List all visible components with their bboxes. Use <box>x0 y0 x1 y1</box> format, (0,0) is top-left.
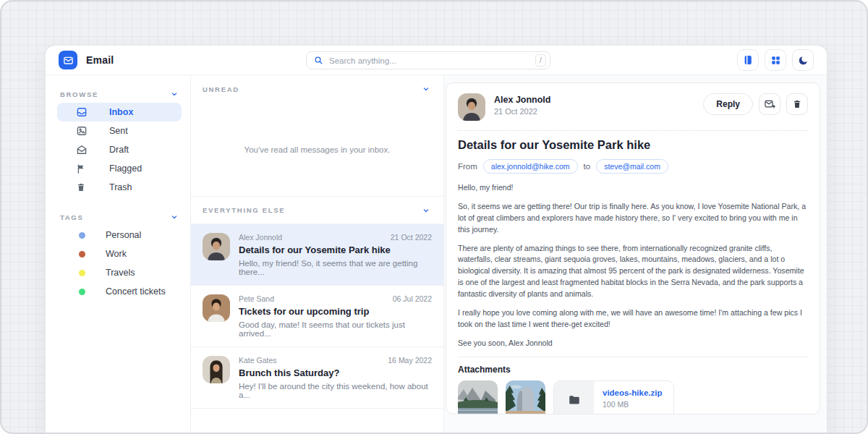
browse-section-label: BROWSE <box>60 90 98 98</box>
to-email-pill[interactable]: steve@mail.com <box>596 159 668 174</box>
attachments-row: videos-hike.zip 100 MB <box>458 380 808 414</box>
chevron-down-icon[interactable] <box>170 213 179 221</box>
trash-icon <box>792 99 802 109</box>
browse-section-header: BROWSE <box>57 85 182 103</box>
unread-empty-state: You've read all messages in your inbox. <box>191 103 443 197</box>
sidebar-item-draft[interactable]: Draft <box>57 140 182 159</box>
book-icon <box>742 54 754 66</box>
detail-actions: Reply <box>703 93 808 115</box>
tag-color-dot <box>79 289 85 295</box>
sidebar-item-flagged[interactable]: Flagged <box>57 159 182 178</box>
email-subject: Brunch this Saturday? <box>239 367 432 378</box>
unread-section-label: UNREAD <box>203 85 239 93</box>
dark-mode-button[interactable] <box>792 49 814 71</box>
email-date: 16 May 2022 <box>388 356 432 365</box>
search-input[interactable] <box>329 56 529 65</box>
email-subject: Tickets for our upcoming trip <box>239 306 432 317</box>
main-columns: BROWSE Inbox <box>46 75 827 434</box>
attachment-file-name: videos-hike.zip <box>603 388 662 397</box>
tag-item-personal[interactable]: Personal <box>57 226 182 244</box>
body-paragraph: I really hope you love coming along with… <box>458 307 808 331</box>
tag-color-dot <box>79 232 85 239</box>
mail-forward-icon <box>764 98 776 110</box>
tag-label: Concert tickets <box>106 286 166 297</box>
to-label: to <box>584 162 591 171</box>
forward-mail-button[interactable] <box>759 93 780 115</box>
zip-attachment-card[interactable]: videos-hike.zip 100 MB <box>553 380 674 414</box>
avatar <box>203 233 230 260</box>
sender-name: Alex Jonnold <box>239 233 282 242</box>
avatar <box>203 356 230 383</box>
flag-icon <box>76 163 88 174</box>
tag-label: Travels <box>106 268 135 278</box>
tags-section-label: TAGS <box>60 213 83 221</box>
everything-else-section-header: EVERYTHING ELSE <box>191 197 443 224</box>
sidebar-item-sent[interactable]: Sent <box>57 122 182 140</box>
desktop-background: Email / <box>0 0 868 434</box>
file-icon-area <box>554 381 594 414</box>
tag-item-concert-tickets[interactable]: Concert tickets <box>57 282 182 301</box>
app-header: Email / <box>46 46 827 75</box>
chevron-down-icon[interactable] <box>422 206 430 215</box>
from-email-pill[interactable]: alex.jonnold@hike.com <box>483 159 578 174</box>
tag-label: Work <box>106 249 127 259</box>
sent-icon <box>76 125 88 137</box>
moon-icon <box>798 55 809 66</box>
yosemite-valley-photo[interactable] <box>458 380 498 414</box>
email-detail-card: Alex Jonnold 21 Oct 2022 Reply <box>446 82 820 414</box>
unread-section-header: UNREAD <box>191 75 443 103</box>
search-bar[interactable]: / <box>306 51 550 69</box>
sender-name: Kate Gates <box>239 356 277 365</box>
inbox-icon <box>76 106 88 118</box>
attachments-divider <box>458 357 808 357</box>
detail-sender-name: Alex Jonnold <box>494 95 550 105</box>
reader-mode-button[interactable] <box>737 49 759 71</box>
email-list-item[interactable]: Alex Jonnold 21 Oct 2022 Details for our… <box>191 224 443 286</box>
sidebar-item-trash[interactable]: Trash <box>57 178 182 197</box>
search-shortcut-badge: / <box>535 54 546 67</box>
tag-item-travels[interactable]: Travels <box>57 263 182 282</box>
everything-else-section-label: EVERYTHING ELSE <box>203 206 285 214</box>
sidebar-item-label: Trash <box>109 182 132 192</box>
avatar <box>458 93 485 121</box>
body-paragraph: There are plenty of amazing things to se… <box>458 243 808 300</box>
tag-color-dot <box>79 251 85 258</box>
sidebar-item-label: Flagged <box>109 163 142 174</box>
email-snippet: Good day, mate! It seems that our ticket… <box>239 320 432 338</box>
email-app-window: Email / <box>45 45 827 434</box>
chevron-down-icon[interactable] <box>422 85 430 93</box>
avatar <box>203 294 230 322</box>
email-date: 21 Oct 2022 <box>391 233 432 242</box>
dotted-divider <box>458 130 808 131</box>
body-paragraph: See you soon, Alex Jonnold <box>458 338 808 349</box>
sender-name: Pete Sand <box>239 294 274 303</box>
detail-email-date: 21 Oct 2022 <box>494 107 550 116</box>
email-list-item[interactable]: Pete Sand 06 Jul 2022 Tickets for our up… <box>191 286 443 347</box>
email-snippet: Hello, my friend! So, it seems that we a… <box>239 259 432 276</box>
from-label: From <box>458 162 477 171</box>
email-list-item[interactable]: Kate Gates 16 May 2022 Brunch this Satur… <box>191 347 443 409</box>
draft-icon <box>76 144 88 156</box>
half-dome-photo[interactable] <box>506 380 545 414</box>
tag-color-dot <box>79 270 85 276</box>
trash-icon <box>76 182 88 193</box>
delete-email-button[interactable] <box>786 93 808 115</box>
attachment-file-size: 100 MB <box>603 400 662 409</box>
email-detail-pane: Alex Jonnold 21 Oct 2022 Reply <box>444 75 827 434</box>
message-list: UNREAD You've read all messages in your … <box>191 75 444 434</box>
tags-section-header: TAGS <box>57 208 182 226</box>
reply-button[interactable]: Reply <box>703 93 753 115</box>
email-snippet: Hey! I'll be around the city this weeken… <box>239 382 432 399</box>
tag-item-work[interactable]: Work <box>57 244 182 263</box>
apps-grid-button[interactable] <box>765 49 786 71</box>
body-paragraph: So, it seems we are getting there! Our t… <box>458 201 808 236</box>
sidebar-item-inbox[interactable]: Inbox <box>57 103 182 122</box>
from-to-row: From alex.jonnold@hike.com to steve@mail… <box>458 159 808 174</box>
header-actions <box>737 49 814 71</box>
chevron-down-icon[interactable] <box>170 90 179 98</box>
app-logo <box>59 51 77 69</box>
sidebar-item-label: Sent <box>109 126 128 136</box>
detail-subject: Details for our Yosemite Park hike <box>458 138 808 152</box>
sidebar-item-label: Inbox <box>109 107 133 117</box>
sidebar: BROWSE Inbox <box>46 75 191 434</box>
